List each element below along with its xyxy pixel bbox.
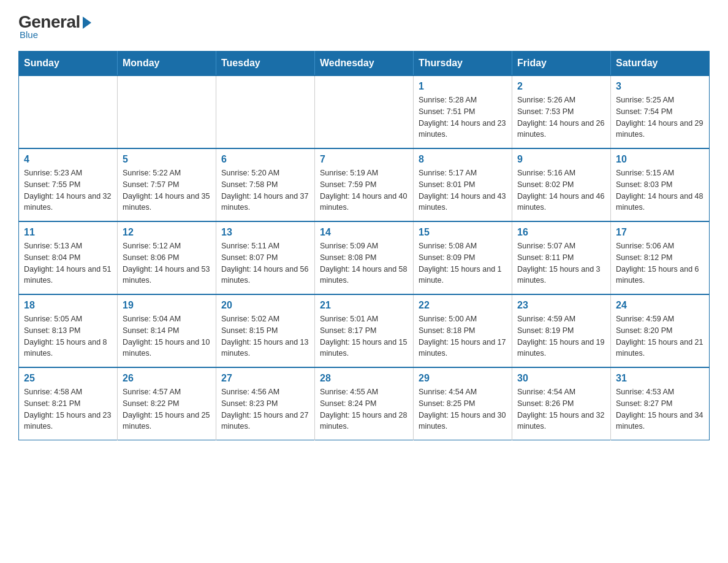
day-number: 22 <box>419 300 507 311</box>
day-of-week-header: Wednesday <box>315 52 414 76</box>
calendar-day-cell: 5Sunrise: 5:22 AM Sunset: 7:57 PM Daylig… <box>118 148 216 221</box>
day-number: 23 <box>517 300 605 311</box>
day-info: Sunrise: 5:12 AM Sunset: 8:06 PM Dayligh… <box>123 240 211 286</box>
calendar-day-cell: 14Sunrise: 5:09 AM Sunset: 8:08 PM Dayli… <box>315 221 414 294</box>
calendar-day-cell: 15Sunrise: 5:08 AM Sunset: 8:09 PM Dayli… <box>414 221 512 294</box>
day-info: Sunrise: 5:26 AM Sunset: 7:53 PM Dayligh… <box>517 94 605 140</box>
calendar-day-cell: 6Sunrise: 5:20 AM Sunset: 7:58 PM Daylig… <box>216 148 315 221</box>
calendar-day-cell: 25Sunrise: 4:58 AM Sunset: 8:21 PM Dayli… <box>19 367 118 440</box>
calendar-day-cell: 20Sunrise: 5:02 AM Sunset: 8:15 PM Dayli… <box>216 294 315 367</box>
day-info: Sunrise: 4:55 AM Sunset: 8:24 PM Dayligh… <box>320 386 408 432</box>
calendar-day-cell: 3Sunrise: 5:25 AM Sunset: 7:54 PM Daylig… <box>611 75 710 148</box>
calendar-day-cell: 2Sunrise: 5:26 AM Sunset: 7:53 PM Daylig… <box>512 75 611 148</box>
calendar-day-cell: 29Sunrise: 4:54 AM Sunset: 8:25 PM Dayli… <box>414 367 512 440</box>
calendar-day-cell: 10Sunrise: 5:15 AM Sunset: 8:03 PM Dayli… <box>611 148 710 221</box>
calendar-day-cell: 31Sunrise: 4:53 AM Sunset: 8:27 PM Dayli… <box>611 367 710 440</box>
day-number: 17 <box>616 227 704 238</box>
day-number: 4 <box>24 154 112 165</box>
calendar-day-cell: 21Sunrise: 5:01 AM Sunset: 8:17 PM Dayli… <box>315 294 414 367</box>
day-number: 3 <box>616 81 704 92</box>
day-number: 2 <box>517 81 605 92</box>
calendar-day-cell: 24Sunrise: 4:59 AM Sunset: 8:20 PM Dayli… <box>611 294 710 367</box>
day-number: 29 <box>419 373 507 384</box>
day-info: Sunrise: 4:58 AM Sunset: 8:21 PM Dayligh… <box>24 386 112 432</box>
calendar-day-cell: 22Sunrise: 5:00 AM Sunset: 8:18 PM Dayli… <box>414 294 512 367</box>
day-info: Sunrise: 5:11 AM Sunset: 8:07 PM Dayligh… <box>221 240 309 286</box>
day-info: Sunrise: 5:15 AM Sunset: 8:03 PM Dayligh… <box>616 167 704 213</box>
calendar-day-cell <box>216 75 315 148</box>
calendar-day-cell: 27Sunrise: 4:56 AM Sunset: 8:23 PM Dayli… <box>216 367 315 440</box>
days-of-week-row: SundayMondayTuesdayWednesdayThursdayFrid… <box>19 52 710 76</box>
day-info: Sunrise: 5:25 AM Sunset: 7:54 PM Dayligh… <box>616 94 704 140</box>
day-info: Sunrise: 5:02 AM Sunset: 8:15 PM Dayligh… <box>221 313 309 359</box>
calendar-day-cell: 11Sunrise: 5:13 AM Sunset: 8:04 PM Dayli… <box>19 221 118 294</box>
day-number: 24 <box>616 300 704 311</box>
logo-arrow-icon <box>83 17 91 29</box>
calendar-day-cell <box>118 75 216 148</box>
calendar-day-cell: 28Sunrise: 4:55 AM Sunset: 8:24 PM Dayli… <box>315 367 414 440</box>
calendar-day-cell: 19Sunrise: 5:04 AM Sunset: 8:14 PM Dayli… <box>118 294 216 367</box>
calendar-day-cell: 30Sunrise: 4:54 AM Sunset: 8:26 PM Dayli… <box>512 367 611 440</box>
day-info: Sunrise: 5:01 AM Sunset: 8:17 PM Dayligh… <box>320 313 408 359</box>
day-number: 18 <box>24 300 112 311</box>
day-number: 20 <box>221 300 309 311</box>
day-info: Sunrise: 4:54 AM Sunset: 8:26 PM Dayligh… <box>517 386 605 432</box>
calendar-week-row: 18Sunrise: 5:05 AM Sunset: 8:13 PM Dayli… <box>19 294 710 367</box>
day-number: 27 <box>221 373 309 384</box>
day-number: 14 <box>320 227 408 238</box>
day-number: 25 <box>24 373 112 384</box>
calendar-header: SundayMondayTuesdayWednesdayThursdayFrid… <box>19 52 710 76</box>
day-number: 26 <box>123 373 211 384</box>
day-info: Sunrise: 5:09 AM Sunset: 8:08 PM Dayligh… <box>320 240 408 286</box>
day-number: 16 <box>517 227 605 238</box>
day-info: Sunrise: 4:56 AM Sunset: 8:23 PM Dayligh… <box>221 386 309 432</box>
day-number: 8 <box>419 154 507 165</box>
day-of-week-header: Saturday <box>611 52 710 76</box>
day-info: Sunrise: 5:05 AM Sunset: 8:13 PM Dayligh… <box>24 313 112 359</box>
calendar-day-cell: 16Sunrise: 5:07 AM Sunset: 8:11 PM Dayli… <box>512 221 611 294</box>
day-info: Sunrise: 5:04 AM Sunset: 8:14 PM Dayligh… <box>123 313 211 359</box>
day-of-week-header: Tuesday <box>216 52 315 76</box>
day-number: 15 <box>419 227 507 238</box>
day-number: 21 <box>320 300 408 311</box>
day-number: 9 <box>517 154 605 165</box>
day-number: 31 <box>616 373 704 384</box>
day-number: 1 <box>419 81 507 92</box>
calendar-day-cell: 4Sunrise: 5:23 AM Sunset: 7:55 PM Daylig… <box>19 148 118 221</box>
day-of-week-header: Sunday <box>19 52 118 76</box>
calendar-week-row: 25Sunrise: 4:58 AM Sunset: 8:21 PM Dayli… <box>19 367 710 440</box>
day-info: Sunrise: 5:20 AM Sunset: 7:58 PM Dayligh… <box>221 167 309 213</box>
day-info: Sunrise: 5:22 AM Sunset: 7:57 PM Dayligh… <box>123 167 211 213</box>
calendar-week-row: 4Sunrise: 5:23 AM Sunset: 7:55 PM Daylig… <box>19 148 710 221</box>
day-info: Sunrise: 4:57 AM Sunset: 8:22 PM Dayligh… <box>123 386 211 432</box>
calendar-table: SundayMondayTuesdayWednesdayThursdayFrid… <box>18 51 710 440</box>
day-info: Sunrise: 5:28 AM Sunset: 7:51 PM Dayligh… <box>419 94 507 140</box>
calendar-day-cell: 8Sunrise: 5:17 AM Sunset: 8:01 PM Daylig… <box>414 148 512 221</box>
day-info: Sunrise: 5:08 AM Sunset: 8:09 PM Dayligh… <box>419 240 507 286</box>
logo: General Blue <box>18 12 91 40</box>
day-number: 19 <box>123 300 211 311</box>
day-info: Sunrise: 5:23 AM Sunset: 7:55 PM Dayligh… <box>24 167 112 213</box>
calendar-body: 1Sunrise: 5:28 AM Sunset: 7:51 PM Daylig… <box>19 75 710 440</box>
calendar-week-row: 11Sunrise: 5:13 AM Sunset: 8:04 PM Dayli… <box>19 221 710 294</box>
day-number: 30 <box>517 373 605 384</box>
day-number: 12 <box>123 227 211 238</box>
calendar-day-cell: 1Sunrise: 5:28 AM Sunset: 7:51 PM Daylig… <box>414 75 512 148</box>
day-info: Sunrise: 5:16 AM Sunset: 8:02 PM Dayligh… <box>517 167 605 213</box>
calendar-day-cell: 26Sunrise: 4:57 AM Sunset: 8:22 PM Dayli… <box>118 367 216 440</box>
day-info: Sunrise: 5:00 AM Sunset: 8:18 PM Dayligh… <box>419 313 507 359</box>
calendar-day-cell: 13Sunrise: 5:11 AM Sunset: 8:07 PM Dayli… <box>216 221 315 294</box>
day-info: Sunrise: 4:53 AM Sunset: 8:27 PM Dayligh… <box>616 386 704 432</box>
calendar-day-cell: 18Sunrise: 5:05 AM Sunset: 8:13 PM Dayli… <box>19 294 118 367</box>
page-header: General Blue <box>18 12 710 40</box>
day-number: 10 <box>616 154 704 165</box>
day-number: 6 <box>221 154 309 165</box>
day-info: Sunrise: 4:59 AM Sunset: 8:20 PM Dayligh… <box>616 313 704 359</box>
calendar-day-cell: 23Sunrise: 4:59 AM Sunset: 8:19 PM Dayli… <box>512 294 611 367</box>
day-number: 5 <box>123 154 211 165</box>
day-number: 11 <box>24 227 112 238</box>
logo-subtitle: Blue <box>20 29 38 40</box>
day-of-week-header: Thursday <box>414 52 512 76</box>
calendar-week-row: 1Sunrise: 5:28 AM Sunset: 7:51 PM Daylig… <box>19 75 710 148</box>
calendar-day-cell: 12Sunrise: 5:12 AM Sunset: 8:06 PM Dayli… <box>118 221 216 294</box>
